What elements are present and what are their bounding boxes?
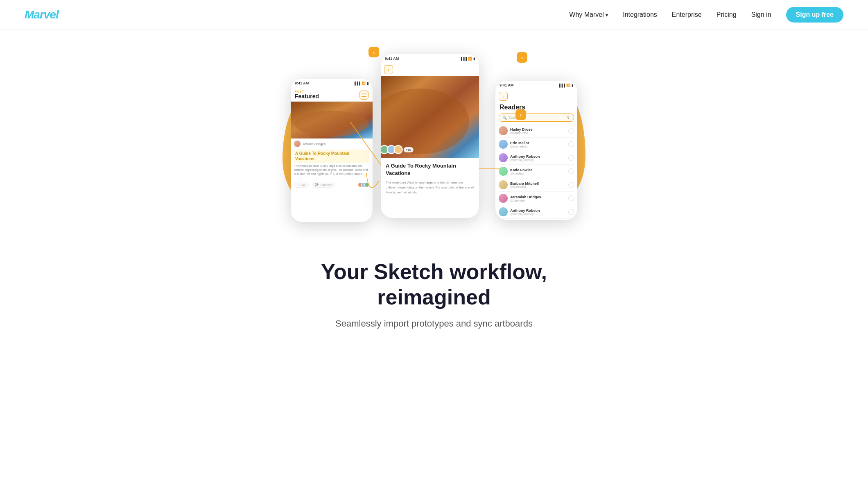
featured-title: Featured	[295, 93, 319, 100]
comment-button[interactable]: 💬 Comment	[312, 182, 335, 188]
svg-point-3	[295, 111, 368, 137]
reader-item-4: Barbara Mitchell @barbardoll	[499, 178, 574, 192]
reader-info-5: Jeremiah Bridges @Jeremiah	[510, 195, 566, 202]
nav-link-signin[interactable]: Sign in	[751, 11, 771, 18]
article-text: The American West is very large and the …	[386, 180, 474, 195]
canyon-image-center: +16	[381, 76, 479, 158]
reader-item-3: Katie Fowler @kfowlery	[499, 165, 574, 178]
back-button-right[interactable]: ‹	[499, 92, 508, 101]
reader-handle-3: @kfowlery	[510, 172, 566, 175]
phone-right-navbar: ‹	[495, 90, 577, 103]
status-bar-center: 9:41 AM ▐▐▐ 📶 ▮	[381, 54, 479, 63]
hero-subtext: Seamlessly import prototypes and sync ar…	[321, 318, 547, 329]
reader-name-3: Katie Fowler	[510, 168, 566, 172]
reader-avatar-2	[499, 153, 508, 162]
reader-info-1: Erin Mellor @erinmello21	[510, 141, 566, 148]
status-icons-left: ▐▐▐ 📶 ▮	[353, 82, 368, 85]
reader-info-4: Barbara Mitchell @barbardoll	[510, 182, 566, 188]
phone-right: 9:41 AM ▐▐▐ 📶 ▮ ‹ Readers 🔍 Search 🎙 Hai…	[495, 81, 577, 220]
card-content: A Guide To Rocky Mountain Vacations The …	[291, 148, 373, 178]
reader-name-1: Erin Mellor	[510, 141, 566, 145]
wifi-icon: 📶	[362, 82, 366, 85]
reader-avatar-6	[499, 207, 508, 216]
reader-name-2: Anthony Robson	[510, 154, 566, 159]
reader-info-2: Anthony Robson @robson_anthony	[510, 154, 566, 161]
reader-checkbox-2[interactable]	[568, 155, 574, 161]
battery-icon: ▮	[572, 84, 573, 87]
hero-headline: Your Sketch workflow,reimagined	[321, 259, 547, 310]
hamburger-button[interactable]	[359, 91, 368, 100]
reader-info-3: Katie Fowler @kfowlery	[510, 168, 566, 175]
nav-arrow-back-center[interactable]: ‹	[517, 52, 527, 63]
phone-center-navbar: ‹	[381, 63, 479, 76]
reader-avatar-5	[499, 194, 508, 203]
wifi-icon: 📶	[566, 84, 570, 87]
reader-item-6: Anthony Robson @robson_anthony	[499, 205, 574, 219]
reader-checkbox-5[interactable]	[568, 195, 574, 201]
nav-link-enterprise[interactable]: Enterprise	[672, 11, 702, 18]
nav-link-integrations[interactable]: Integrations	[623, 11, 657, 18]
nav-arrow-back-right[interactable]: ‹	[515, 109, 526, 120]
article-content: A Guide To Rocky Mountain Vacations The …	[381, 158, 479, 199]
nav-links: Why Marvel Integrations Enterprise Prici…	[569, 7, 843, 23]
search-box[interactable]: 🔍 Search 🎙	[499, 113, 574, 122]
reader-handle-2: @robson_anthony	[510, 159, 566, 161]
article-title: A Guide To Rocky Mountain Vacations	[386, 162, 474, 177]
nav-arrow-back-left[interactable]: ‹	[368, 47, 379, 57]
mini-avatar-3	[364, 182, 369, 187]
card-title: A Guide To Rocky Mountain Vacations	[294, 150, 369, 163]
readers-list: Hailey Drose @haileyDrose Erin Mellor @e…	[495, 124, 577, 219]
status-icons-center: ▐▐▐ 📶 ▮	[460, 57, 475, 61]
navbar: Marvel Why Marvel Integrations Enterpris…	[0, 0, 868, 30]
more-count-badge: +16	[404, 147, 414, 152]
reader-checkbox-0[interactable]	[568, 128, 574, 134]
reader-item-0: Hailey Drose @haileyDrose	[499, 124, 574, 138]
reader-name-0: Hailey Drose	[510, 127, 566, 132]
reader-item-1: Erin Mellor @erinmello21	[499, 138, 574, 151]
battery-icon: ▮	[473, 57, 475, 61]
logo[interactable]: Marvel	[25, 8, 59, 21]
nav-link-pricing[interactable]: Pricing	[717, 11, 737, 18]
author-avatar	[294, 141, 301, 147]
reader-handle-1: @erinmello21	[510, 145, 566, 148]
reader-handle-6: @robson_anthony	[510, 213, 566, 216]
nav-link-why-marvel[interactable]: Why Marvel	[569, 11, 608, 18]
mic-icon: 🎙	[567, 116, 570, 120]
reader-item-2: Anthony Robson @robson_anthony	[499, 151, 574, 165]
reader-avatar-4	[499, 180, 508, 189]
reader-handle-0: @haileyDrose	[510, 132, 566, 134]
reader-name-5: Jeremiah Bridges	[510, 195, 566, 199]
signal-icon: ▐▐▐	[353, 82, 360, 85]
reader-name-6: Anthony Robson	[510, 209, 566, 213]
card-actions: ♡ Like 💬 Comment	[291, 180, 373, 189]
reader-checkbox-3[interactable]	[568, 168, 574, 174]
readers-title: Readers	[495, 103, 577, 113]
status-bar-right: 9:41 AM ▐▐▐ 📶 ▮	[495, 81, 577, 90]
reader-avatar-0	[499, 126, 508, 135]
reader-name-4: Barbara Mitchell	[510, 182, 566, 186]
reader-handle-4: @barbardoll	[510, 186, 566, 188]
like-button[interactable]: ♡ Like	[294, 182, 309, 188]
battery-icon: ▮	[367, 82, 368, 85]
reader-avatar-3	[499, 167, 508, 176]
reader-checkbox-6[interactable]	[568, 209, 574, 215]
signal-icon: ▐▐▐	[460, 57, 467, 61]
signup-button[interactable]: Sign up free	[786, 7, 843, 23]
reader-handle-5: @Jeremiah	[510, 199, 566, 202]
signal-icon: ▐▐▐	[558, 84, 565, 87]
reader-info-0: Hailey Drose @haileyDrose	[510, 127, 566, 134]
overlay-avatars: +16	[381, 145, 413, 154]
search-icon: 🔍	[502, 116, 507, 120]
reader-checkbox-1[interactable]	[568, 141, 574, 147]
phone-left-header: POST Featured	[291, 88, 373, 102]
reader-avatar-1	[499, 140, 508, 149]
reader-item-5: Jeremiah Bridges @Jeremiah	[499, 192, 574, 205]
author-row: Jessica Bridges	[291, 138, 373, 148]
phone-center: 9:41 AM ▐▐▐ 📶 ▮ ‹	[381, 54, 479, 218]
status-icons-right: ▐▐▐ 📶 ▮	[558, 84, 573, 87]
reader-checkbox-4[interactable]	[568, 182, 574, 188]
hero-section: ‹ ‹ ‹ 9:41 AM ▐▐▐ 📶 ▮ POST Featured	[0, 30, 868, 345]
phones-container: ‹ ‹ ‹ 9:41 AM ▐▐▐ 📶 ▮ POST Featured	[278, 46, 590, 234]
hero-text-section: Your Sketch workflow,reimagined Seamless…	[313, 234, 555, 345]
back-button-center[interactable]: ‹	[384, 65, 393, 74]
